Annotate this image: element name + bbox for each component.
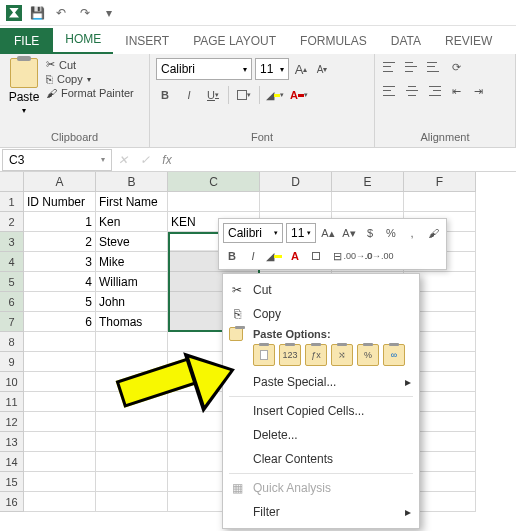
borders-button[interactable]: ▾ <box>235 86 253 104</box>
cell[interactable] <box>24 332 96 352</box>
undo-button[interactable]: ↶ <box>52 4 70 22</box>
cell[interactable] <box>96 432 168 452</box>
orientation-button[interactable]: ⟳ <box>447 58 465 76</box>
cell[interactable] <box>96 372 168 392</box>
paste-values-button[interactable]: 123 <box>279 344 301 366</box>
cell[interactable] <box>260 192 332 212</box>
italic-button[interactable]: I <box>180 86 198 104</box>
cm-delete[interactable]: Delete... <box>223 423 419 447</box>
cell[interactable]: Mike <box>96 252 168 272</box>
cell[interactable]: Ken <box>96 212 168 232</box>
cell[interactable] <box>96 452 168 472</box>
col-header-D[interactable]: D <box>260 172 332 192</box>
cancel-formula-button[interactable]: ✕ <box>112 149 134 171</box>
row-header[interactable]: 5 <box>0 272 24 292</box>
align-top-button[interactable] <box>381 58 399 76</box>
cell[interactable]: 4 <box>24 272 96 292</box>
tab-file[interactable]: FILE <box>0 28 53 54</box>
paste-formulas-button[interactable]: ƒx <box>305 344 327 366</box>
cm-copy[interactable]: ⎘Copy <box>223 302 419 326</box>
insert-function-button[interactable]: fx <box>156 149 178 171</box>
increase-indent-button[interactable]: ⇥ <box>469 82 487 100</box>
cell[interactable] <box>96 412 168 432</box>
cell[interactable]: 3 <box>24 252 96 272</box>
col-header-C[interactable]: C <box>168 172 260 192</box>
mini-comma-format[interactable]: , <box>403 224 421 242</box>
row-header[interactable]: 2 <box>0 212 24 232</box>
cell[interactable] <box>404 192 476 212</box>
cell[interactable] <box>96 332 168 352</box>
mini-font-color[interactable]: A <box>286 247 304 265</box>
cell[interactable]: Steve <box>96 232 168 252</box>
row-header[interactable]: 13 <box>0 432 24 452</box>
paste-transpose-button[interactable]: ⤭ <box>331 344 353 366</box>
cell[interactable] <box>96 492 168 512</box>
tab-formulas[interactable]: FORMULAS <box>288 28 379 54</box>
mini-increase-font[interactable]: A▴ <box>319 224 337 242</box>
row-header[interactable]: 6 <box>0 292 24 312</box>
paste-button[interactable]: Paste ▾ <box>6 58 42 115</box>
font-color-button[interactable]: A▾ <box>290 86 308 104</box>
cm-filter[interactable]: Filter▸ <box>223 500 419 524</box>
name-box[interactable]: C3▾ <box>2 149 112 171</box>
row-header[interactable]: 4 <box>0 252 24 272</box>
cell[interactable] <box>96 472 168 492</box>
row-header[interactable]: 10 <box>0 372 24 392</box>
row-header[interactable]: 14 <box>0 452 24 472</box>
row-header[interactable]: 12 <box>0 412 24 432</box>
cell[interactable]: William <box>96 272 168 292</box>
tab-page-layout[interactable]: PAGE LAYOUT <box>181 28 288 54</box>
cm-cut[interactable]: ✂Cut <box>223 278 419 302</box>
tab-insert[interactable]: INSERT <box>113 28 181 54</box>
tab-data[interactable]: DATA <box>379 28 433 54</box>
font-name-combo[interactable]: Calibri▾ <box>156 58 252 80</box>
col-header-B[interactable]: B <box>96 172 168 192</box>
enter-formula-button[interactable]: ✓ <box>134 149 156 171</box>
align-right-button[interactable] <box>425 82 443 100</box>
bold-button[interactable]: B <box>156 86 174 104</box>
cell[interactable] <box>24 492 96 512</box>
mini-borders[interactable] <box>307 247 325 265</box>
redo-button[interactable]: ↷ <box>76 4 94 22</box>
cell[interactable]: Thomas <box>96 312 168 332</box>
col-header-F[interactable]: F <box>404 172 476 192</box>
row-header[interactable]: 15 <box>0 472 24 492</box>
fill-color-button[interactable]: ◢▾ <box>266 86 284 104</box>
cell[interactable] <box>24 372 96 392</box>
mini-italic[interactable]: I <box>244 247 262 265</box>
paste-link-button[interactable]: ∞ <box>383 344 405 366</box>
cell[interactable] <box>168 192 260 212</box>
select-all-corner[interactable] <box>0 172 24 192</box>
row-header[interactable]: 1 <box>0 192 24 212</box>
cell[interactable] <box>24 412 96 432</box>
tab-home[interactable]: HOME <box>53 26 113 54</box>
cm-insert-copied-cells[interactable]: Insert Copied Cells... <box>223 399 419 423</box>
row-header[interactable]: 16 <box>0 492 24 512</box>
underline-button[interactable]: U▾ <box>204 86 222 104</box>
row-header[interactable]: 3 <box>0 232 24 252</box>
cell[interactable]: ID Number <box>24 192 96 212</box>
cm-clear-contents[interactable]: Clear Contents <box>223 447 419 471</box>
paste-formatting-button[interactable]: % <box>357 344 379 366</box>
cell[interactable] <box>24 352 96 372</box>
cell[interactable] <box>24 452 96 472</box>
align-middle-button[interactable] <box>403 58 421 76</box>
cell[interactable]: 5 <box>24 292 96 312</box>
paste-all-button[interactable] <box>253 344 275 366</box>
mini-format-painter[interactable]: 🖌 <box>424 224 442 242</box>
row-header[interactable]: 11 <box>0 392 24 412</box>
mini-decrease-font[interactable]: A▾ <box>340 224 358 242</box>
cell[interactable] <box>96 352 168 372</box>
cell[interactable]: 2 <box>24 232 96 252</box>
mini-percent-format[interactable]: % <box>382 224 400 242</box>
format-painter-button[interactable]: 🖌Format Painter <box>46 87 134 99</box>
cm-paste-special[interactable]: Paste Special...▸ <box>223 370 419 394</box>
align-left-button[interactable] <box>381 82 399 100</box>
mini-bold[interactable]: B <box>223 247 241 265</box>
mini-decrease-decimal[interactable]: .0→.00 <box>370 247 388 265</box>
tab-review[interactable]: REVIEW <box>433 28 504 54</box>
cell[interactable]: First Name <box>96 192 168 212</box>
decrease-font-button[interactable]: A▾ <box>313 60 331 78</box>
increase-font-button[interactable]: A▴ <box>292 60 310 78</box>
cell[interactable] <box>24 432 96 452</box>
